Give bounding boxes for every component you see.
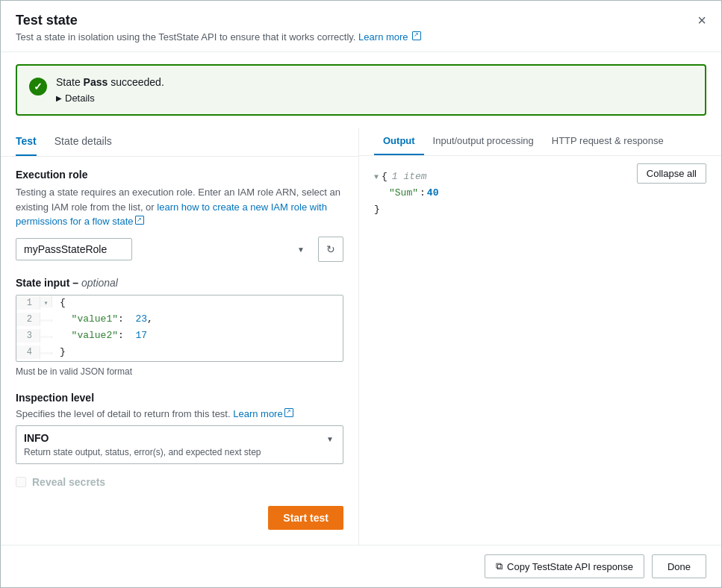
role-select[interactable]: myPassStateRole <box>16 238 132 260</box>
success-banner: State Pass succeeded. ▶ Details <box>16 64 706 116</box>
modal-footer: ⧉ Copy TestState API response Done <box>1 545 721 587</box>
json-line-close: } <box>374 204 706 220</box>
tab-test[interactable]: Test <box>16 128 37 156</box>
start-test-button[interactable]: Start test <box>268 506 343 530</box>
right-tabs: Output Input/output processing HTTP requ… <box>359 128 721 156</box>
refresh-icon: ↻ <box>326 243 335 255</box>
state-input-title: State input – optional <box>16 277 343 289</box>
json-value-sum: 40 <box>427 187 439 198</box>
details-arrow-icon: ▶ <box>56 94 62 102</box>
learn-more-link[interactable]: Learn more <box>358 31 421 43</box>
success-icon <box>29 78 47 96</box>
success-banner-inner: State Pass succeeded. ▶ Details <box>29 76 693 104</box>
reveal-secrets-checkbox[interactable] <box>16 477 26 487</box>
inspection-level-title: Inspection level <box>16 392 343 404</box>
inspection-ext-icon <box>284 408 293 417</box>
collapse-all-button[interactable]: Collapse all <box>637 163 706 184</box>
modal-description: Test a state in isolation using the Test… <box>16 31 421 43</box>
reveal-secrets-section: Reveal secrets Applies to HTTP tasks onl… <box>16 476 343 495</box>
json-line-sum: "Sum" : 40 <box>374 187 706 204</box>
success-title: State Pass succeeded. <box>56 76 693 88</box>
json-hint: Must be in valid JSON format <box>16 366 343 377</box>
left-panel: Test State details Execution role Testin… <box>1 128 359 545</box>
copy-teststate-button[interactable]: ⧉ Copy TestState API response <box>485 554 644 578</box>
reveal-secrets-content: Reveal secrets Applies to HTTP tasks onl… <box>32 476 343 495</box>
role-row: myPassStateRole ↻ <box>16 237 343 262</box>
copy-icon: ⧉ <box>496 560 502 572</box>
inspection-sublabel: Return state output, status, error(s), a… <box>16 447 343 463</box>
role-select-wrapper: myPassStateRole <box>16 238 312 260</box>
inspection-level-section: Inspection level Specifies the level of … <box>16 392 343 464</box>
refresh-button[interactable]: ↻ <box>318 237 343 262</box>
json-collapse-toggle[interactable]: ▼ <box>374 173 379 181</box>
tab-http-request-response[interactable]: HTTP request & response <box>543 128 673 155</box>
tab-input-output-processing[interactable]: Input/output processing <box>424 128 543 155</box>
modal-header: Test state Test a state in isolation usi… <box>1 1 721 52</box>
execution-role-section: Execution role Testing a state requires … <box>16 169 343 262</box>
details-toggle[interactable]: ▶ Details <box>56 93 95 104</box>
iam-link-ext-icon <box>135 216 144 225</box>
state-input-section: State input – optional 1 ▾ { 2 "value1":… <box>16 277 343 377</box>
tab-output[interactable]: Output <box>374 128 424 155</box>
inspection-level-select[interactable]: INFO <box>16 426 343 447</box>
done-button[interactable]: Done <box>652 554 706 578</box>
modal-body: Test State details Execution role Testin… <box>1 128 721 545</box>
right-content: Collapse all ▼ { 1 item "Sum" : 40 } <box>359 156 721 545</box>
json-item-count: 1 item <box>392 171 427 182</box>
inspection-select-wrapper: INFO Return state output, status, error(… <box>16 425 343 464</box>
left-content: Execution role Testing a state requires … <box>1 157 358 494</box>
code-editor[interactable]: 1 ▾ { 2 "value1": 23, 3 "valu <box>16 295 343 362</box>
modal-container: Test state Test a state in isolation usi… <box>0 0 722 588</box>
code-line-3: 3 "value2": 17 <box>16 328 343 345</box>
inspection-level-desc: Specifies the level of detail to return … <box>16 408 343 419</box>
json-key-sum: "Sum" <box>389 187 418 198</box>
code-line-1: 1 ▾ { <box>16 295 343 312</box>
external-link-icon <box>412 31 421 40</box>
modal-header-left: Test state Test a state in isolation usi… <box>16 13 421 43</box>
success-text: State Pass succeeded. ▶ Details <box>56 76 693 104</box>
execution-role-title: Execution role <box>16 169 343 181</box>
code-line-4: 4 } <box>16 345 343 361</box>
close-button[interactable]: × <box>697 13 706 28</box>
reveal-secrets-label: Reveal secrets <box>32 476 343 488</box>
tab-state-details[interactable]: State details <box>55 128 112 156</box>
left-tabs: Test State details <box>1 128 358 157</box>
modal-title: Test state <box>16 13 421 28</box>
code-line-2: 2 "value1": 23, <box>16 312 343 328</box>
inspection-learn-more-link[interactable]: Learn more <box>233 408 293 419</box>
execution-role-desc: Testing a state requires an execution ro… <box>16 185 343 229</box>
start-test-row: Start test <box>1 494 358 545</box>
right-panel: Output Input/output processing HTTP requ… <box>359 128 721 545</box>
